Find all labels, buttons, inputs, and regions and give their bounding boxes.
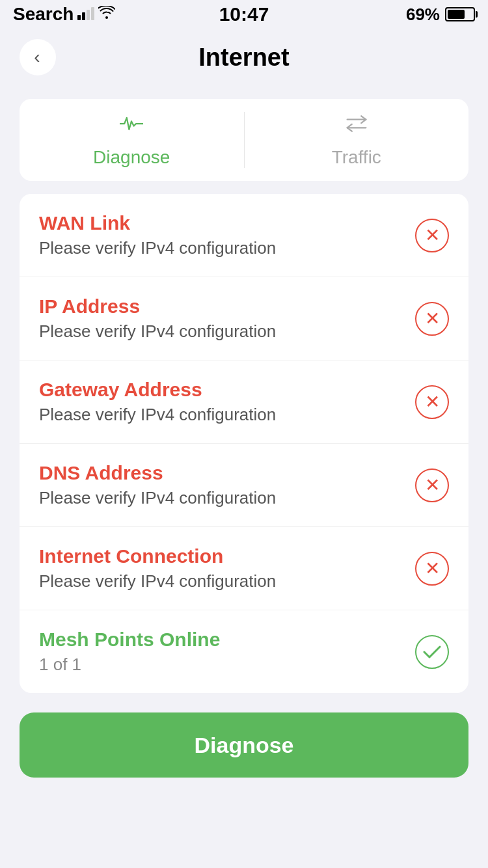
error-icon: ✕ — [415, 219, 449, 252]
error-icon: ✕ — [415, 468, 449, 502]
gateway-address-content: Gateway Address Please verify IPv4 confi… — [39, 379, 415, 425]
internet-connection-subtitle: Please verify IPv4 configuration — [39, 571, 415, 591]
carrier-info: Search — [13, 4, 115, 25]
internet-connection-title: Internet Connection — [39, 545, 415, 567]
battery-percent: 69% — [406, 5, 440, 25]
battery-icon — [445, 7, 475, 21]
mesh-points-title: Mesh Points Online — [39, 629, 415, 651]
dns-address-title: DNS Address — [39, 462, 415, 484]
wan-link-title: WAN Link — [39, 212, 415, 234]
tab-diagnose-label: Diagnose — [93, 147, 170, 168]
list-item: Mesh Points Online 1 of 1 — [20, 610, 468, 693]
clock: 10:47 — [219, 3, 269, 25]
list-item: IP Address Please verify IPv4 configurat… — [20, 277, 468, 360]
ip-address-content: IP Address Please verify IPv4 configurat… — [39, 295, 415, 342]
nav-bar: ‹ Internet — [0, 29, 488, 86]
back-chevron-icon: ‹ — [34, 48, 40, 66]
tab-traffic[interactable]: Traffic — [244, 112, 469, 168]
success-icon — [415, 635, 449, 669]
internet-connection-status: ✕ — [415, 552, 449, 586]
list-item: WAN Link Please verify IPv4 configuratio… — [20, 194, 468, 277]
ip-address-status: ✕ — [415, 302, 449, 336]
gateway-address-title: Gateway Address — [39, 379, 415, 401]
gateway-address-subtitle: Please verify IPv4 configuration — [39, 405, 415, 425]
pulse-icon — [120, 112, 143, 141]
list-item: Internet Connection Please verify IPv4 c… — [20, 527, 468, 610]
dns-address-subtitle: Please verify IPv4 configuration — [39, 488, 415, 508]
signal-icon — [77, 8, 94, 20]
tab-diagnose[interactable]: Diagnose — [20, 112, 244, 168]
back-button[interactable]: ‹ — [20, 39, 56, 75]
error-icon: ✕ — [415, 552, 449, 586]
ip-address-subtitle: Please verify IPv4 configuration — [39, 321, 415, 342]
mesh-points-status — [415, 635, 449, 669]
battery-info: 69% — [406, 5, 475, 25]
error-icon: ✕ — [415, 302, 449, 336]
wan-link-subtitle: Please verify IPv4 configuration — [39, 238, 415, 258]
traffic-arrows-icon — [345, 112, 368, 141]
diagnose-button-container: Diagnose — [20, 712, 468, 778]
list-item: Gateway Address Please verify IPv4 confi… — [20, 360, 468, 444]
page-title: Internet — [198, 44, 289, 72]
mesh-points-subtitle: 1 of 1 — [39, 655, 415, 675]
wan-link-status: ✕ — [415, 219, 449, 252]
internet-connection-content: Internet Connection Please verify IPv4 c… — [39, 545, 415, 591]
dns-address-status: ✕ — [415, 468, 449, 502]
ip-address-title: IP Address — [39, 295, 415, 318]
gateway-address-status: ✕ — [415, 385, 449, 419]
list-item: DNS Address Please verify IPv4 configura… — [20, 444, 468, 527]
diagnose-button[interactable]: Diagnose — [20, 712, 468, 778]
status-bar: Search 10:47 69% — [0, 0, 488, 29]
segment-control: Diagnose Traffic — [20, 99, 468, 181]
error-icon: ✕ — [415, 385, 449, 419]
tab-traffic-label: Traffic — [332, 147, 381, 168]
carrier-label: Search — [13, 4, 74, 25]
wifi-icon — [98, 6, 115, 23]
wan-link-content: WAN Link Please verify IPv4 configuratio… — [39, 212, 415, 258]
diagnostic-card: WAN Link Please verify IPv4 configuratio… — [20, 194, 468, 693]
mesh-points-content: Mesh Points Online 1 of 1 — [39, 629, 415, 675]
dns-address-content: DNS Address Please verify IPv4 configura… — [39, 462, 415, 508]
